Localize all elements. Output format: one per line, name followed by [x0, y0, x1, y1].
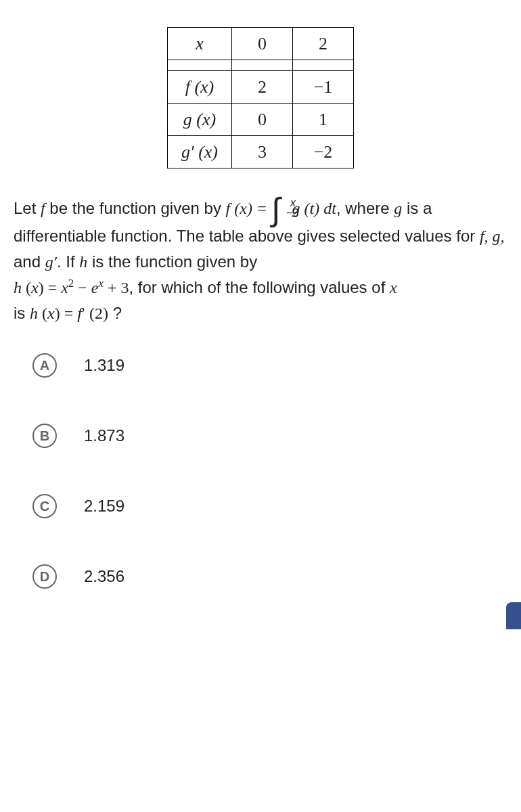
q-h1: h [79, 253, 87, 271]
row-g-label: g (x) [167, 104, 231, 136]
row-f-v2: −1 [293, 71, 354, 104]
th-0: 0 [232, 28, 293, 60]
data-table: x 0 2 f (x) 2 −1 g (x) 0 1 g′ (x) 3 −2 [167, 27, 354, 168]
q-fgh: f, g, [480, 227, 505, 245]
row-gprime-label: g′ (x) [167, 136, 231, 168]
q-part10: ? [108, 304, 122, 322]
choice-a-letter: A [32, 353, 57, 378]
q-f1: f [41, 200, 45, 217]
choice-a-text: 1.319 [84, 356, 124, 375]
row-gprime-v1: 3 [232, 136, 293, 168]
q-part2: be the function given by [45, 199, 226, 217]
choice-d-text: 2.356 [84, 567, 124, 586]
q-part1: Let [14, 199, 41, 217]
q-g1: g [394, 200, 402, 217]
q-x1: x [390, 279, 397, 296]
q-part6: . If [57, 252, 79, 271]
q-part3: , where [336, 199, 394, 217]
integral-icon: ∫ [271, 197, 280, 223]
q-integrand: g (t) dt [292, 200, 336, 217]
q-part9: is [14, 304, 30, 322]
choice-c[interactable]: C 2.159 [32, 494, 507, 518]
choice-d[interactable]: D 2.356 [32, 564, 507, 589]
row-g-v2: 1 [293, 104, 354, 136]
row-f-v1: 2 [232, 71, 293, 104]
q-gprime: g′ [45, 253, 57, 271]
integral: ∫x−3 [271, 196, 283, 223]
choice-c-letter: C [32, 494, 57, 518]
question-text: Let f be the function given by f (x) = ∫… [14, 196, 507, 326]
th-x: x [167, 28, 231, 60]
choice-a[interactable]: A 1.319 [32, 353, 507, 378]
q-heq: h (x) = x2 − ex + 3 [14, 279, 129, 296]
row-f-label: f (x) [167, 71, 231, 104]
choice-d-letter: D [32, 564, 57, 589]
q-part7: is the function given by [87, 252, 257, 271]
q-part8: , for which of the following values of [129, 278, 390, 296]
int-lower: −3 [286, 205, 298, 222]
choices: A 1.319 B 1.873 C 2.159 D 2.356 [14, 353, 507, 589]
q-finaleq: h (x) = f′ (2) [30, 304, 108, 322]
row-g-v1: 0 [232, 104, 293, 136]
choice-c-text: 2.159 [84, 497, 124, 516]
th-2: 2 [293, 28, 354, 60]
choice-b-text: 1.873 [84, 426, 124, 445]
choice-b[interactable]: B 1.873 [32, 424, 507, 448]
side-tab[interactable] [506, 602, 521, 629]
q-part5: and [14, 252, 45, 271]
q-eq1: f (x) = [226, 200, 272, 217]
row-gprime-v2: −2 [293, 136, 354, 168]
choice-b-letter: B [32, 424, 57, 448]
